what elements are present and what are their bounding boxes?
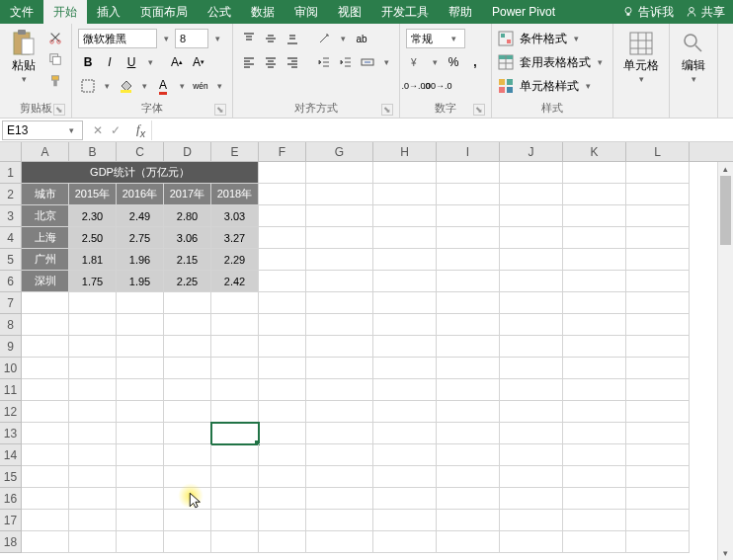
cell-J1[interactable] (500, 162, 563, 184)
scroll-up-icon[interactable]: ▴ (718, 162, 733, 176)
cell-A3[interactable]: 北京 (22, 205, 69, 227)
cell-C8[interactable] (117, 314, 164, 336)
cell-J11[interactable] (500, 379, 563, 401)
cell-F17[interactable] (259, 510, 306, 531)
phonetic-button[interactable]: wén (191, 76, 210, 96)
cell-I16[interactable] (437, 488, 500, 510)
font-color-button[interactable]: A (153, 76, 173, 96)
cell-A17[interactable] (22, 510, 69, 531)
cell-K6[interactable] (563, 271, 626, 292)
column-header-G[interactable]: G (306, 142, 373, 161)
number-launcher-icon[interactable]: ⬊ (473, 104, 485, 116)
bold-button[interactable]: B (78, 52, 98, 72)
cell-C5[interactable]: 1.96 (117, 249, 164, 271)
cell-F6[interactable] (259, 271, 306, 292)
cell-I10[interactable] (437, 358, 500, 379)
cell-L7[interactable] (626, 292, 690, 314)
cell-D10[interactable] (164, 358, 211, 379)
cell-I2[interactable] (437, 184, 500, 205)
tellme-button[interactable]: 告诉我 (622, 4, 674, 21)
cell-C15[interactable] (117, 466, 164, 488)
conditional-format-button[interactable]: 条件格式▾ (498, 28, 607, 49)
cell-D12[interactable] (164, 401, 211, 423)
cell-G4[interactable] (306, 227, 373, 249)
cell-F1[interactable] (259, 162, 306, 184)
cell-I17[interactable] (437, 510, 500, 531)
cell-C3[interactable]: 2.49 (117, 205, 164, 227)
cell-C6[interactable]: 1.95 (117, 271, 164, 292)
cell-A9[interactable] (22, 336, 69, 358)
cell-B12[interactable] (69, 401, 117, 423)
cell-A16[interactable] (22, 488, 69, 510)
wrap-text-button[interactable]: ab (352, 29, 371, 48)
cell-J15[interactable] (500, 466, 563, 488)
tab-home[interactable]: 开始 (43, 0, 87, 24)
name-box[interactable]: E13▾ (2, 120, 83, 140)
cell-H11[interactable] (373, 379, 437, 401)
cell-F15[interactable] (259, 466, 306, 488)
cell-L18[interactable] (626, 531, 690, 553)
row-header-11[interactable]: 11 (0, 379, 22, 401)
cell-F11[interactable] (259, 379, 306, 401)
border-button[interactable] (78, 76, 98, 96)
cell-G13[interactable] (306, 423, 373, 444)
cell-E17[interactable] (211, 510, 259, 531)
cell-D18[interactable] (164, 531, 211, 553)
cell-G12[interactable] (306, 401, 373, 423)
column-header-D[interactable]: D (164, 142, 211, 161)
cell-E13[interactable] (211, 423, 259, 444)
cell-H1[interactable] (373, 162, 437, 184)
cell-F7[interactable] (259, 292, 306, 314)
decrease-decimal-button[interactable]: .00→.0 (428, 76, 448, 96)
cell-K4[interactable] (563, 227, 626, 249)
cell-K5[interactable] (563, 249, 626, 271)
tab-powerpivot[interactable]: Power Pivot (482, 0, 565, 24)
copy-button[interactable] (45, 49, 65, 69)
cut-button[interactable] (45, 28, 65, 47)
cell-K9[interactable] (563, 336, 626, 358)
cell-B17[interactable] (69, 510, 117, 531)
number-format-select[interactable]: 常规▾ (406, 29, 465, 48)
cell-L15[interactable] (626, 466, 690, 488)
percent-button[interactable]: % (444, 52, 463, 72)
cell-C7[interactable] (117, 292, 164, 314)
cell-H4[interactable] (373, 227, 437, 249)
cell-E2[interactable]: 2018年 (211, 184, 259, 205)
cell-J10[interactable] (500, 358, 563, 379)
cell-B13[interactable] (69, 423, 117, 444)
cell-A2[interactable]: 城市 (22, 184, 69, 205)
chevron-down-icon[interactable]: ▾ (336, 34, 350, 43)
chevron-down-icon[interactable]: ▾ (210, 34, 224, 43)
column-header-E[interactable]: E (211, 142, 259, 161)
cell-F9[interactable] (259, 336, 306, 358)
cell-G5[interactable] (306, 249, 373, 271)
tab-review[interactable]: 审阅 (285, 0, 328, 24)
orientation-button[interactable] (314, 29, 334, 48)
cell-G11[interactable] (306, 379, 373, 401)
cell-J18[interactable] (500, 531, 563, 553)
tab-file[interactable]: 文件 (0, 0, 43, 24)
cells-button[interactable]: 单元格 ▾ (619, 28, 663, 86)
row-header-3[interactable]: 3 (0, 205, 22, 227)
cell-styles-button[interactable]: 单元格样式▾ (498, 75, 607, 97)
cell-C10[interactable] (117, 358, 164, 379)
cell-I15[interactable] (437, 466, 500, 488)
cell-A5[interactable]: 广州 (22, 249, 69, 271)
cell-D14[interactable] (164, 444, 211, 466)
cell-G17[interactable] (306, 510, 373, 531)
cell-K1[interactable] (563, 162, 626, 184)
fx-icon[interactable]: fx (130, 121, 151, 139)
cell-D17[interactable] (164, 510, 211, 531)
cell-D4[interactable]: 3.06 (164, 227, 211, 249)
decrease-font-button[interactable]: A▾ (189, 52, 208, 72)
fill-color-button[interactable] (116, 76, 135, 96)
cell-A15[interactable] (22, 466, 69, 488)
cell-G8[interactable] (306, 314, 373, 336)
cell-L3[interactable] (626, 205, 690, 227)
cell-D9[interactable] (164, 336, 211, 358)
clipboard-launcher-icon[interactable]: ⬊ (53, 104, 65, 116)
row-header-7[interactable]: 7 (0, 292, 22, 314)
cell-G15[interactable] (306, 466, 373, 488)
cell-H12[interactable] (373, 401, 437, 423)
row-header-2[interactable]: 2 (0, 184, 22, 205)
